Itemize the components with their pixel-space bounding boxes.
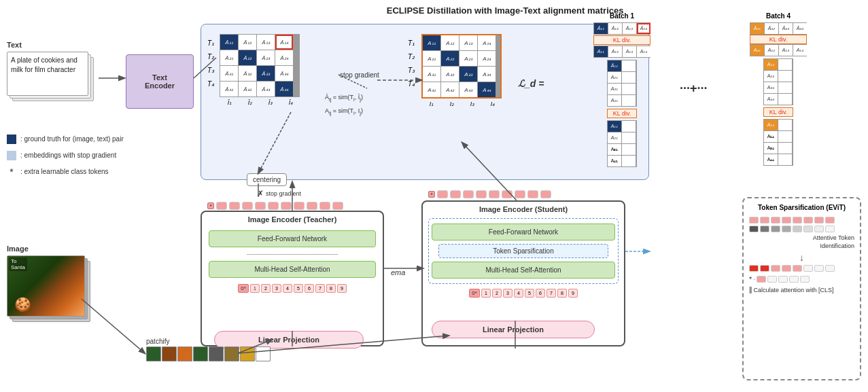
batch1-tall-matrix: Ā₁₁ A₂₁ A₃₁ A₄₁ [607, 60, 637, 107]
m1-r4c3: Ā₄₃ [257, 82, 275, 96]
kl-div-4: KL div. [750, 35, 807, 44]
patch-strip [146, 346, 271, 361]
plus-dots: ···+··· [680, 82, 708, 96]
m1-r1c1: Ā₁₁ [220, 35, 238, 50]
t2: T₂ [207, 53, 214, 60]
evit-row1 [749, 217, 854, 224]
evit-row2 [749, 226, 854, 232]
i-vectors: I₁ I₂ I₃ I₄ [421, 101, 502, 107]
matrix2: A₁₁ A₁₂ A₁₃ A₁₄ A₂₁ A₂₂ A₂₃ A₂₄ A₃₁ A₃₂ … [421, 34, 502, 99]
text-stack: A plate of cookies and milk for film cha… [7, 52, 95, 106]
matrix1: Ā₁₁ Ā₁₂ Ā₁₃ Ā₁₄ Ā₂₁ Ā₂₂ Ā₂₃ Ā₂₄ Ā₃₁ Ā₃₂ … [220, 34, 300, 97]
b1t-c4: Ā₁₄ [637, 23, 650, 34]
evit-row3 [749, 265, 854, 272]
linear-proj-student: Linear Projection [432, 321, 595, 338]
teacher-ff-network: Feed-Forward Network [209, 230, 376, 247]
ema-label: ema [391, 268, 405, 277]
text-label: Text [7, 41, 95, 49]
m1-r4c4: Ā₄₄ [275, 82, 293, 96]
m2-r3c3: A₃₃ [459, 67, 477, 82]
stop-gradient-label: stop gradient [340, 71, 379, 79]
i1: I₁ [423, 101, 440, 107]
text-encoder-label: Text Encoder [145, 73, 175, 90]
patch6 [224, 346, 239, 361]
student-encoder-title: Image Encoder (Student) [423, 202, 624, 217]
m2-r3c2: A₃₂ [441, 67, 459, 82]
b1b-c3: A₁₃ [623, 46, 636, 57]
m1-r4c2: Ā₄₂ [239, 82, 256, 96]
t-vectors-left: T₁ T₂ T₃ T₄ [207, 39, 214, 88]
i-bar4: Ī₄ [282, 99, 300, 106]
m1-r2c4: Ā₂₄ [275, 50, 293, 65]
m2-r4c1: A₄₁ [423, 82, 440, 97]
m1-r2c2: Ā₂₂ [239, 50, 256, 65]
matrix2-container: A₁₁ A₁₂ A₁₃ A₁₄ A₂₁ A₂₂ A₂₃ A₂₄ A₃₁ A₃₂ … [421, 34, 502, 107]
m1-r2c3: Ā₂₃ [257, 50, 275, 65]
student-token-sparsification: Token Sparsification [438, 244, 608, 258]
patch3 [177, 346, 192, 361]
m2-r1c3: A₁₃ [459, 35, 477, 50]
down-arrow: ↓ [750, 252, 853, 263]
i-bar2: Ī₂ [241, 99, 259, 106]
image-card-front: ToSanta [7, 255, 85, 317]
t2r: T₂ [408, 53, 415, 60]
m2-r4c4: A₄₄ [478, 82, 496, 97]
legend-label1: : ground truth for (image, text) pair [20, 132, 124, 146]
legend-item3: * : extra learnable class tokens [7, 165, 124, 179]
legend-item1: : ground truth for (image, text) pair [7, 132, 124, 146]
batch1-tall-matrix2: A₁₁ A₂₁ A₃₁ A₄₁ [607, 120, 637, 167]
stop-gradient2: ✗ stop gradient [257, 189, 301, 198]
m1-r2c1: Ā₂₁ [220, 50, 238, 65]
m1-r1c4: Ā₁₄ [275, 35, 293, 50]
teacher-encoder-title: Image Encoder (Teacher) [202, 212, 383, 227]
i3: I₃ [464, 101, 481, 107]
student-mhsa: Multi-Head Self-Attention [432, 262, 615, 279]
teacher-encoder-box: Image Encoder (Teacher) Feed-Forward Net… [201, 211, 384, 346]
legend-dark-box [7, 135, 16, 144]
kl-div-1: KL div. [593, 35, 650, 45]
m1-r3c4: Ā₃₄ [275, 66, 293, 81]
t4r: T₄ [408, 80, 415, 88]
m2-r2c2: A₂₂ [441, 51, 459, 66]
loss-formula: ℒ_d = [518, 78, 544, 89]
i2: I₂ [443, 101, 461, 107]
image-stack: ToSanta [7, 255, 95, 323]
t-vectors-right: T₁ T₂ T₃ T₄ [408, 39, 415, 88]
patch4 [193, 346, 208, 361]
m1-r4c1: Ā₄₁ [220, 82, 238, 96]
text-section: Text A plate of cookies and milk for fil… [7, 41, 95, 106]
patchify-label: patchify [146, 338, 169, 345]
student-patch-row: 0* 1 2 3 4 5 6 7 8 9 [423, 287, 624, 299]
b1b-c1: A₁₁ [594, 46, 608, 57]
patch8 [256, 346, 271, 361]
teacher-mhsa: Multi-Head Self-Attention [209, 261, 376, 278]
patch2 [162, 346, 177, 361]
teacher-patch-row: 0* 1 2 3 4 5 6 7 8 9 [202, 281, 383, 296]
m2-r1c4: A₁₄ [478, 35, 496, 50]
text-encoder-box: Text Encoder [126, 54, 194, 109]
diagram: ECLIPSE Distillation with Image-Text ali… [0, 0, 868, 392]
formula2: Aij = sim(Ti, Ij) [325, 105, 363, 119]
m1-r3c1: Ā₃₁ [220, 66, 238, 81]
student-dashed-inner: Feed-Forward Network Token Sparsificatio… [428, 218, 619, 284]
legend-label2: : embeddings with stop gradient [20, 149, 116, 162]
patch1 [146, 346, 161, 361]
b1b-c4: A₁₄ [637, 46, 650, 57]
student-ff-network: Feed-Forward Network [432, 224, 615, 240]
m2-r2c4: A₂₄ [478, 51, 496, 66]
m1-r3c2: Ā₃₂ [239, 66, 256, 81]
legend-item2: : embeddings with stop gradient [7, 149, 124, 162]
b1t-c1: Ā₁₁ [594, 23, 608, 34]
evit-star-row: * · [749, 275, 854, 283]
m2-r2c1: A₂₁ [423, 51, 440, 66]
batch4-label: Batch 4 [727, 12, 829, 20]
m2-r4c2: A₄₂ [441, 82, 459, 97]
m1-r1c2: Ā₁₂ [239, 35, 256, 50]
legend: : ground truth for (image, text) pair : … [7, 132, 124, 181]
t4: T₄ [207, 80, 214, 88]
star-dot: * [207, 202, 214, 209]
batch1-top-matrix: Ā₁₁ Ā₁₂ Ā₁₃ Ā₁₄ [593, 22, 650, 35]
batch4-top-matrix: Ā₄₁ Ā₄₂ Ā₄₃ Ā₄₄ [750, 22, 807, 35]
attentive-label: Attentive TokenIdentification [749, 234, 854, 250]
matrix1-container: Ā₁₁ Ā₁₂ Ā₁₃ Ā₁₄ Ā₂₁ Ā₂₂ Ā₂₃ Ā₂₄ Ā₃₁ Ā₃₂ … [220, 34, 300, 106]
